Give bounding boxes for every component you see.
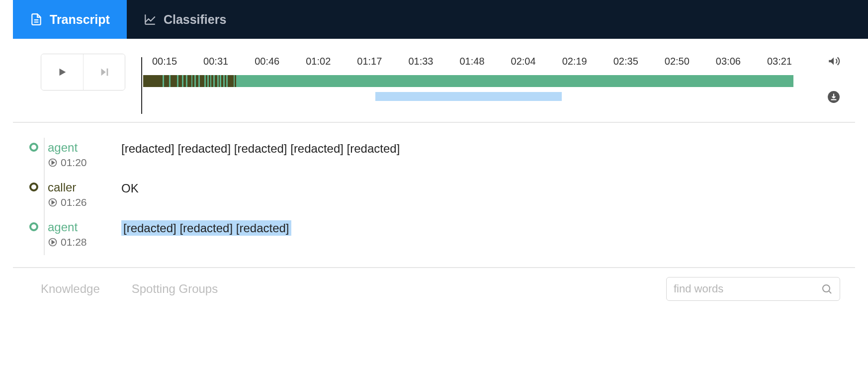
caller-speech-segment: [209, 75, 210, 87]
caller-speech-segment: [235, 75, 236, 87]
caller-speech-segment: [164, 75, 169, 87]
transcript-panel: agent01:20[redacted] [redacted] [redacte…: [13, 123, 855, 268]
tab-bar: Transcript Classifiers: [13, 0, 868, 39]
caller-speech-segment: [192, 75, 194, 87]
transcript-text[interactable]: OK: [121, 181, 855, 195]
svg-marker-12: [52, 201, 54, 204]
timeline-tick: 00:46: [255, 56, 306, 67]
timeline-cursor[interactable]: [141, 57, 142, 114]
caller-speech-segment: [200, 75, 204, 87]
timestamp: 01:28: [61, 236, 87, 248]
caller-speech-segment: [178, 75, 182, 87]
speaker-label: caller: [48, 181, 113, 194]
speaker-bullet: [29, 222, 38, 231]
transcript-entry: caller01:26OK: [28, 181, 855, 208]
timeline-tick: 02:04: [511, 56, 562, 67]
timeline-tick: 02:50: [665, 56, 716, 67]
timeline-tick: 00:31: [203, 56, 255, 67]
footer-link-knowledge[interactable]: Knowledge: [41, 282, 100, 296]
tab-transcript[interactable]: Transcript: [13, 0, 127, 39]
timestamp: 01:26: [61, 196, 87, 208]
transcript-text[interactable]: [redacted] [redacted] [redacted] [redact…: [121, 141, 855, 156]
highlight-track: [375, 92, 561, 101]
download-icon[interactable]: [827, 91, 840, 105]
speaker-label: agent: [48, 220, 113, 234]
tab-label: Transcript: [50, 12, 110, 27]
chart-icon: [144, 13, 157, 26]
caller-speech-segment: [183, 75, 186, 87]
playback-controls: [41, 54, 125, 91]
play-from-timestamp[interactable]: 01:26: [48, 196, 113, 208]
caller-speech-segment: [215, 75, 217, 87]
caller-speech-segment: [171, 75, 177, 87]
volume-icon[interactable]: [827, 55, 840, 70]
play-button[interactable]: [41, 54, 83, 90]
timestamp: 01:20: [61, 157, 87, 169]
speaker-bullet: [29, 143, 38, 152]
svg-line-16: [829, 291, 831, 293]
svg-marker-14: [52, 241, 54, 244]
caller-speech-segment: [228, 75, 234, 87]
transcript-entry: agent01:28[redacted] [redacted] [redacte…: [28, 220, 855, 248]
play-from-timestamp[interactable]: 01:20: [48, 157, 113, 169]
waveform-track[interactable]: [143, 75, 793, 87]
play-from-timestamp[interactable]: 01:28: [48, 236, 113, 248]
search-icon: [821, 283, 833, 295]
transcript-entry: agent01:20[redacted] [redacted] [redacte…: [28, 141, 855, 169]
speaker-label: agent: [48, 141, 113, 155]
timeline-tick: 03:21: [767, 56, 818, 67]
timeline-tick: 00:15: [152, 56, 203, 67]
svg-marker-4: [60, 69, 66, 76]
timeline-tick: 02:35: [613, 56, 665, 67]
search-box[interactable]: [666, 277, 840, 301]
skip-next-button[interactable]: [83, 54, 125, 90]
timeline-tick: 01:33: [408, 56, 459, 67]
caller-speech-segment: [187, 75, 191, 87]
timeline-tick: 02:19: [562, 56, 613, 67]
timeline-tick: 01:02: [306, 56, 357, 67]
transcript-text[interactable]: [redacted] [redacted] [redacted]: [121, 220, 855, 235]
caller-speech-segment: [225, 75, 227, 87]
document-icon: [30, 13, 43, 26]
footer-link-spotting-groups[interactable]: Spotting Groups: [132, 282, 218, 296]
search-input[interactable]: [674, 282, 821, 295]
timeline-tick: 03:06: [716, 56, 767, 67]
tab-classifiers[interactable]: Classifiers: [127, 0, 243, 39]
caller-speech-segment: [221, 75, 223, 87]
player-row: 00:1500:3100:4601:0201:1701:3301:4802:04…: [13, 39, 855, 123]
timeline-tick: 01:17: [357, 56, 408, 67]
timeline[interactable]: 00:1500:3100:4601:0201:1701:3301:4802:04…: [140, 54, 818, 111]
caller-speech-segment: [206, 75, 208, 87]
caller-speech-segment: [196, 75, 198, 87]
svg-marker-5: [101, 69, 105, 76]
svg-rect-6: [106, 69, 108, 76]
svg-point-15: [823, 285, 830, 292]
caller-speech-segment: [143, 75, 163, 87]
caller-speech-segment: [219, 75, 220, 87]
footer-bar: Knowledge Spotting Groups: [13, 268, 855, 301]
speaker-bullet: [29, 183, 38, 191]
svg-marker-10: [52, 161, 54, 165]
timeline-tick: 01:48: [459, 56, 511, 67]
timeline-ticks: 00:1500:3100:4601:0201:1701:3301:4802:04…: [152, 56, 818, 67]
tab-label: Classifiers: [164, 12, 226, 27]
caller-speech-segment: [211, 75, 213, 87]
highlighted-text: [redacted] [redacted] [redacted]: [121, 220, 291, 236]
